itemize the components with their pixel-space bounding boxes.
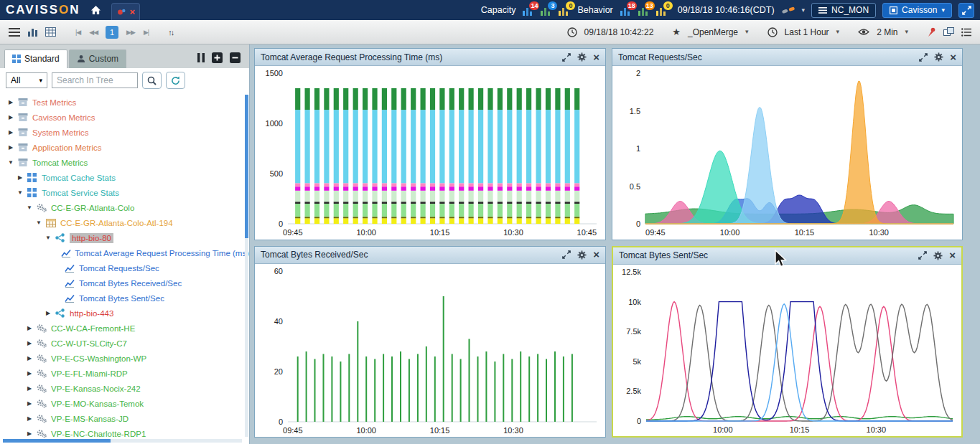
close-icon[interactable]: × [593,53,599,62]
tree-item[interactable]: Tomcat Average Request Processing Time (… [4,245,249,260]
nc-mon-button[interactable]: NC_MON [811,3,876,18]
tree-item[interactable]: ▼CC-E-GR-Atlanta-Colo [4,200,249,215]
pin-icon[interactable] [927,27,936,37]
refresh-button[interactable] [166,72,185,89]
tree-item-label[interactable]: Tomcat Bytes Received/Sec [79,279,182,288]
metric-alert-chart-icon[interactable]: 18 [620,4,633,16]
tree-expand-arrow-icon[interactable]: ▼ [45,235,52,241]
tree-expand-arrow-icon[interactable]: ▶ [26,385,33,392]
tab-custom[interactable]: Custom [69,49,126,68]
session-tab-close-icon[interactable]: × [130,9,136,16]
merge-view-name[interactable]: _OpenMerge [688,27,738,37]
tree-expand-arrow-icon[interactable]: ▶ [26,430,33,437]
tree-item-label[interactable]: Tomcat Cache Stats [42,174,116,182]
tree-item-label[interactable]: VP-E-CS-Washington-WP [51,354,146,363]
tree-item-label[interactable]: Application Metrics [32,143,102,152]
tree-expand-arrow-icon[interactable]: ▶ [7,144,14,151]
tree-item-label[interactable]: Tomcat Average Request Processing Time (… [75,249,249,258]
tree-item[interactable]: ▶Application Metrics [4,140,249,155]
fullscreen-button[interactable] [958,3,974,18]
tree-expand-arrow-icon[interactable]: ▶ [45,310,52,316]
metric-alert-chart-icon[interactable]: 0 [655,4,668,16]
settings-gear-icon[interactable] [577,52,587,62]
tree-item[interactable]: ▶http-bio-443 [4,306,249,321]
close-icon[interactable]: × [593,250,599,259]
tree-vertical-scrollbar[interactable] [245,95,248,437]
maximize-icon[interactable] [918,251,927,260]
refresh-interval-select[interactable]: 2 Min [877,27,897,37]
broken-link-icon[interactable] [781,5,795,15]
tree-item[interactable]: Tomcat Bytes Received/Sec [4,275,249,291]
tree-expand-arrow-icon[interactable]: ▶ [26,400,33,407]
tree-item-label[interactable]: Cavisson Metrics [32,113,95,122]
first-page-button[interactable]: |◀ [75,29,81,36]
tree-item[interactable]: ▶CC-W-UT-SLCity-C7 [4,336,249,351]
tree-item-label[interactable]: Test Metrics [32,98,76,107]
tree-item-label[interactable]: System Metrics [32,128,89,137]
tree-item[interactable]: ▶Cavisson Metrics [4,110,249,125]
tree-item[interactable]: ▼Tomcat Service Stats [4,185,249,200]
tree-item-label[interactable]: CC-W-CA-Fremont-HE [51,324,135,333]
remove-panel-button[interactable] [230,52,241,63]
prev-page-button[interactable]: ◀◀ [88,29,98,36]
next-page-button[interactable]: ▶▶ [126,29,136,36]
maximize-icon[interactable] [562,250,571,259]
tree-item[interactable]: Tomcat Requests/Sec [4,260,249,275]
tree-item[interactable]: ▶VP-E-FL-Miami-RDP [4,366,249,381]
tree-expand-arrow-icon[interactable]: ▶ [7,129,14,136]
tab-standard[interactable]: Standard [4,49,67,68]
tree-item[interactable]: ▼http-bio-80 [4,230,249,245]
tree-horizontal-scrollbar[interactable] [3,439,242,443]
tree-expand-arrow-icon[interactable]: ▶ [17,174,24,181]
settings-gear-icon[interactable] [577,250,587,260]
metric-alert-chart-icon[interactable]: 0 [558,4,571,16]
tree-item[interactable]: ▶Test Metrics [4,95,249,110]
tree-item[interactable]: ▶System Metrics [4,125,249,140]
tree-item-label[interactable]: VP-E-NC-Charlotte-RDP1 [51,430,146,438]
tree-item-label[interactable]: CC-W-UT-SLCity-C7 [51,339,127,348]
home-icon[interactable] [90,5,101,15]
tree-item-label[interactable]: Tomcat Bytes Sent/Sec [79,294,164,303]
tree-expand-arrow-icon[interactable]: ▼ [17,189,24,196]
tree-item-label[interactable]: VP-E-FL-Miami-RDP [51,369,128,378]
maximize-icon[interactable] [919,53,928,62]
tree-expand-arrow-icon[interactable]: ▶ [26,370,33,377]
tree-item[interactable]: Tomcat Bytes Sent/Sec [4,291,249,306]
pause-icon[interactable] [197,53,205,62]
settings-gear-icon[interactable] [934,52,943,62]
tree-item[interactable]: ▶VP-E-CS-Washington-WP [4,351,249,366]
tree-item[interactable]: ▼CC-E-GR-Atlanta-Colo-Atl-194 [4,215,249,230]
tree-item-label[interactable]: VP-E-MO-Kansas-Temok [51,400,144,408]
chart-view-icon[interactable] [27,27,38,37]
add-panel-button[interactable] [212,52,223,63]
panel-header[interactable]: Tomcat Requests/Sec× [612,49,962,66]
chart-area[interactable]: 02.5k5k7.5k10k12.5k10:0010:1510:30 [613,265,961,437]
favorite-star-icon[interactable]: ★ [672,27,681,37]
tree-expand-arrow-icon[interactable]: ▶ [26,325,33,331]
tree-item[interactable]: ▼Tomcat Metrics [4,155,249,170]
sort-icon[interactable]: ↑↓ [168,28,173,37]
tree-item[interactable]: ▶VP-E-Kansas-Nocix-242 [4,381,249,396]
tree-item-label[interactable]: Tomcat Service Stats [42,189,119,197]
tree-item[interactable]: ▶CC-W-CA-Fremont-HE [4,321,249,336]
session-tab[interactable]: × [111,3,141,20]
cavisson-dropdown-button[interactable]: Cavisson▾ [882,3,952,18]
interval-caret-icon[interactable]: ▾ [905,29,908,35]
chart-area[interactable]: 00.511.5209:4510:0010:1510:30 [612,66,962,240]
tree-item-label[interactable]: http-bio-80 [70,233,113,243]
tree-expand-arrow-icon[interactable]: ▶ [26,340,33,346]
metric-alert-chart-icon[interactable]: 3 [540,4,553,16]
tree-item-label[interactable]: VP-E-Kansas-Nocix-242 [51,384,141,393]
search-button[interactable] [142,72,162,89]
tree-search-input[interactable] [52,72,138,88]
menu-icon[interactable] [9,28,20,37]
tree-expand-arrow-icon[interactable]: ▼ [7,159,14,166]
tree-item-label[interactable]: CC-E-GR-Atlanta-Colo-Atl-194 [60,219,173,227]
tree-item-label[interactable]: CC-E-GR-Atlanta-Colo [51,204,134,212]
chart-area[interactable]: 020406009:4510:0010:1510:30 [255,264,605,438]
tree-expand-arrow-icon[interactable]: ▶ [7,114,14,121]
table-view-icon[interactable] [45,27,56,37]
time-period-select[interactable]: Last 1 Hour [785,27,829,37]
last-page-button[interactable]: ▶| [143,29,149,36]
split-view-icon[interactable] [943,27,954,37]
